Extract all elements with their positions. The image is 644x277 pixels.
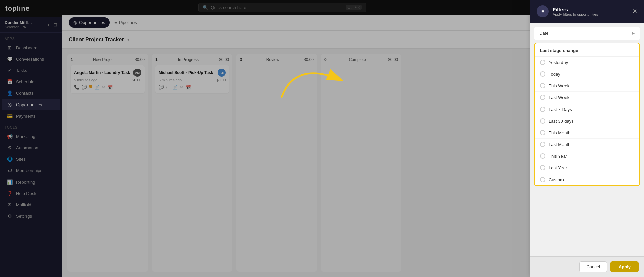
radio-circle <box>540 130 545 135</box>
radio-circle <box>540 165 545 170</box>
filter-date-options: Last stage change Yesterday Today This W… <box>534 43 640 186</box>
radio-option-last-month[interactable]: Last Month <box>535 139 639 150</box>
radio-option-last-year[interactable]: Last Year <box>535 162 639 174</box>
filter-subtitle: Apply filters to opportunities <box>553 12 598 16</box>
radio-circle <box>540 83 545 88</box>
collapsed-section-label: Date <box>539 31 548 36</box>
radio-label: Yesterday <box>549 60 568 65</box>
radio-label: This Week <box>549 83 569 88</box>
filter-title: Filters <box>553 7 598 12</box>
radio-circle <box>540 142 545 147</box>
filter-icon-circle: ≡ <box>537 5 549 17</box>
radio-circle <box>540 177 545 182</box>
apply-button[interactable]: Apply <box>610 261 639 272</box>
radio-circle <box>540 107 545 112</box>
radio-label: Today <box>549 72 560 77</box>
radio-option-this-week[interactable]: This Week <box>535 80 639 92</box>
radio-label: Last Month <box>549 142 570 147</box>
filter-content: Date ▶ Last stage change Yesterday Today… <box>530 23 644 256</box>
radio-label: Last 7 Days <box>549 107 572 112</box>
radio-option-yesterday[interactable]: Yesterday <box>535 57 639 68</box>
radio-circle <box>540 153 545 159</box>
chevron-right-icon: ▶ <box>632 31 635 36</box>
radio-option-last-7-days[interactable]: Last 7 Days <box>535 103 639 115</box>
filter-panel: ≡ Filters Apply filters to opportunities… <box>530 0 644 277</box>
radio-option-last-week[interactable]: Last Week <box>535 92 639 103</box>
filter-section-date-collapsed[interactable]: Date ▶ <box>534 27 640 40</box>
radio-option-this-year[interactable]: This Year <box>535 150 639 162</box>
radio-option-custom[interactable]: Custom <box>535 174 639 185</box>
radio-option-last-30-days[interactable]: Last 30 days <box>535 115 639 127</box>
radio-label: Custom <box>549 177 564 182</box>
filter-panel-header: ≡ Filters Apply filters to opportunities… <box>530 0 644 23</box>
radio-circle <box>540 95 545 100</box>
radio-label: This Month <box>549 130 570 135</box>
radio-label: This Year <box>549 154 567 159</box>
date-section-title: Last stage change <box>535 43 639 57</box>
close-icon[interactable]: ✕ <box>632 8 637 15</box>
radio-label: Last Year <box>549 165 567 170</box>
filter-icon: ≡ <box>541 9 544 14</box>
radio-label: Last 30 days <box>549 119 574 124</box>
radio-option-this-month[interactable]: This Month <box>535 127 639 139</box>
radio-circle <box>540 71 545 77</box>
radio-circle <box>540 60 545 65</box>
radio-option-today[interactable]: Today <box>535 68 639 80</box>
cancel-button[interactable]: Cancel <box>579 261 607 272</box>
filter-footer: Cancel Apply <box>530 256 644 277</box>
radio-label: Last Week <box>549 95 569 100</box>
radio-circle <box>540 118 545 124</box>
